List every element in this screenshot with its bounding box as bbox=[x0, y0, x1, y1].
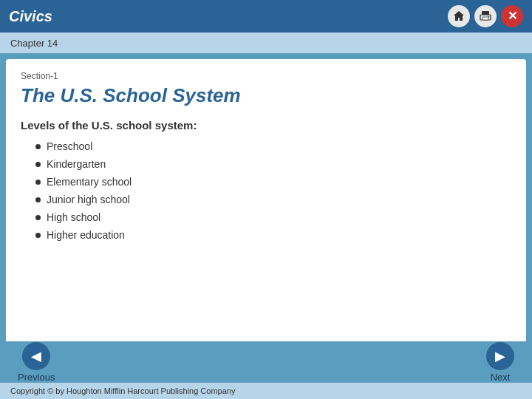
svg-point-3 bbox=[488, 16, 490, 18]
header-icons: ✕ bbox=[448, 5, 523, 27]
home-button[interactable] bbox=[448, 5, 470, 27]
next-button[interactable]: ▶ bbox=[486, 342, 514, 370]
list-item: Kindergarten bbox=[35, 158, 511, 170]
svg-rect-0 bbox=[482, 11, 489, 15]
main-content: Section-1 The U.S. School System Levels … bbox=[6, 59, 526, 341]
header: Civics ✕ bbox=[0, 0, 532, 33]
chapter-bar: Chapter 14 bbox=[0, 33, 532, 53]
list-item: Preschool bbox=[35, 140, 511, 152]
next-label: Next bbox=[491, 372, 511, 383]
bullet-dot-icon bbox=[35, 215, 41, 220]
next-nav: ▶ Next bbox=[486, 342, 514, 383]
bullet-dot-icon bbox=[35, 197, 41, 202]
close-icon: ✕ bbox=[508, 10, 517, 22]
next-icon: ▶ bbox=[495, 348, 505, 364]
list-item-text: Junior high school bbox=[47, 194, 130, 205]
list-item: Elementary school bbox=[35, 176, 511, 188]
list-item: High school bbox=[35, 211, 511, 223]
bullet-dot-icon bbox=[35, 144, 41, 149]
bullet-list: PreschoolKindergartenElementary schoolJu… bbox=[21, 140, 511, 247]
bullet-dot-icon bbox=[35, 180, 41, 185]
page-title: The U.S. School System bbox=[21, 84, 511, 107]
previous-nav: ◀ Previous bbox=[18, 342, 55, 383]
list-item-text: Elementary school bbox=[47, 176, 132, 188]
list-item-text: High school bbox=[47, 211, 100, 223]
list-item-text: Preschool bbox=[47, 140, 92, 152]
list-item-text: Higher education bbox=[47, 229, 125, 241]
chapter-label: Chapter 14 bbox=[10, 38, 58, 49]
previous-button[interactable]: ◀ bbox=[22, 342, 50, 370]
footer: ◀ Previous ▶ Next bbox=[6, 341, 526, 383]
close-button[interactable]: ✕ bbox=[501, 5, 523, 27]
svg-rect-2 bbox=[482, 17, 488, 20]
bullet-dot-icon bbox=[35, 162, 41, 167]
app-container: Civics ✕ Chapter 14 S bbox=[0, 0, 532, 399]
section-label: Section-1 bbox=[21, 71, 511, 81]
bullet-dot-icon bbox=[35, 233, 41, 238]
list-item: Higher education bbox=[35, 229, 511, 241]
print-button[interactable] bbox=[474, 5, 497, 27]
list-item-text: Kindergarten bbox=[47, 158, 106, 170]
copyright-text: Copyright © by Houghton Mifflin Harcourt… bbox=[10, 386, 235, 395]
copyright-bar: Copyright © by Houghton Mifflin Harcourt… bbox=[0, 383, 532, 399]
previous-label: Previous bbox=[18, 372, 55, 383]
list-item: Junior high school bbox=[35, 194, 511, 205]
section-heading: Levels of the U.S. school system: bbox=[21, 119, 511, 132]
app-title: Civics bbox=[9, 8, 52, 25]
previous-icon: ◀ bbox=[31, 348, 41, 364]
